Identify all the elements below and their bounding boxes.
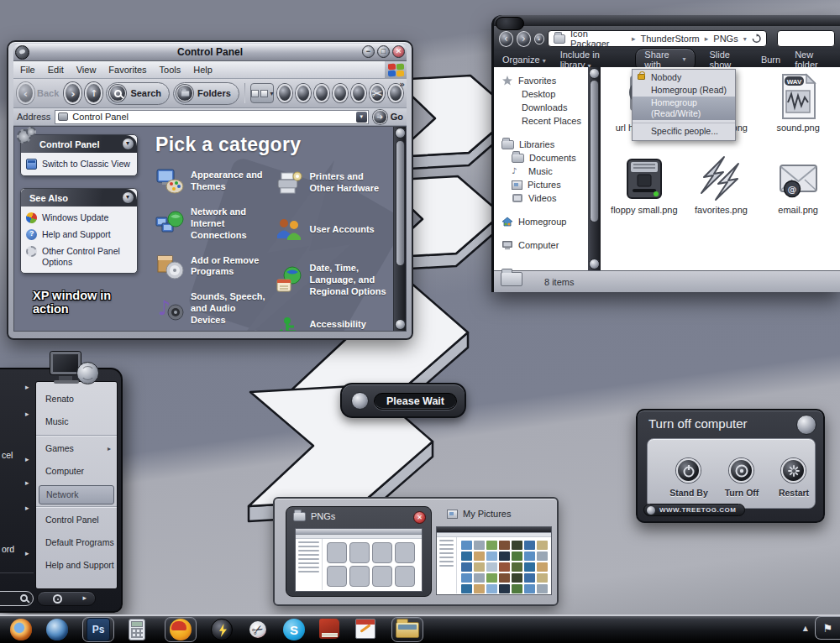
toolbar-button[interactable] [351, 84, 366, 102]
stand-by-button[interactable] [676, 458, 701, 483]
folders-button[interactable]: Folders [173, 82, 239, 105]
nav-music[interactable]: ♪Music [501, 165, 588, 178]
include-in-library-menu[interactable]: Include in library▾ [560, 50, 622, 70]
my-pictures-window-thumbnail[interactable] [436, 526, 552, 595]
breadcrumb[interactable]: Icon Packager▸ ThunderStorm▸ PNGs ▾ [548, 30, 767, 47]
collapse-chevron-button[interactable] [122, 138, 134, 150]
menu-edit[interactable]: Edit [48, 65, 64, 75]
address-input[interactable]: Control Panel ▾ [55, 110, 368, 124]
nav-libraries[interactable]: Libraries [501, 138, 588, 151]
breadcrumb-segment[interactable]: Icon Packager [570, 29, 627, 49]
category-accessibility-options[interactable]: Accessibility Options [275, 316, 391, 331]
calculator-icon[interactable] [129, 619, 150, 640]
nav-documents[interactable]: Documents [501, 151, 588, 165]
go-button[interactable]: ➔Go [373, 110, 403, 124]
firefox-icon[interactable] [10, 619, 32, 640]
file-favorites[interactable]: favorites.png [684, 154, 758, 237]
dialog-close-sphere-button[interactable] [796, 415, 816, 435]
refresh-icon[interactable] [752, 34, 761, 44]
recent-pages-button[interactable]: • [534, 34, 544, 44]
windows-update-link[interactable]: Windows Update [21, 206, 137, 229]
program-label-fragment[interactable]: cel [2, 450, 13, 460]
start-item-default-programs[interactable]: Default Programs [36, 532, 117, 555]
program-label-fragment[interactable]: ord [2, 544, 14, 554]
nav-recent-places[interactable]: Recent Places [501, 114, 588, 128]
scroll-down-button[interactable] [395, 319, 406, 330]
back-button[interactable] [17, 82, 34, 104]
toolbar-button[interactable] [333, 84, 348, 102]
action-center-flag-icon[interactable]: ⚑ [815, 616, 840, 640]
cut-button[interactable]: ✂ [370, 84, 385, 102]
skype-icon[interactable]: S [283, 619, 305, 640]
address-dropdown-button[interactable]: ▾ [356, 112, 367, 123]
menu-item-homegroup-readwrite[interactable]: Homegroup (Read/Write) [633, 97, 735, 120]
messenger-taskbar-button[interactable] [165, 617, 197, 642]
switch-to-classic-view[interactable]: Switch to Classic View [21, 153, 137, 175]
close-preview-button[interactable]: ✕ [413, 511, 426, 524]
burn-button[interactable]: Burn [761, 55, 780, 65]
dictionary-icon[interactable] [319, 619, 341, 640]
nav-pictures[interactable]: Pictures [501, 178, 588, 191]
forward-button[interactable] [517, 31, 531, 47]
breadcrumb-segment[interactable]: PNGs [713, 34, 738, 44]
breadcrumb-segment[interactable]: ThunderStorm [640, 34, 699, 44]
menu-help[interactable]: Help [193, 65, 213, 75]
category-appearance-themes[interactable]: Appearance and Themes [155, 167, 271, 196]
cp-titlebar[interactable]: Control Panel − □ ✕ [13, 44, 407, 61]
file-email[interactable]: @ email.png [761, 154, 835, 237]
start-item-games[interactable]: Games▸ [36, 438, 117, 461]
menu-tools[interactable]: Tools [160, 65, 181, 75]
category-sounds-speech-audio[interactable]: ♪ Sounds, Speech, and Audio Devices [155, 291, 271, 326]
toolbar-button[interactable] [277, 84, 292, 102]
nav-videos[interactable]: Videos [501, 191, 588, 205]
scroll-down-button[interactable] [589, 259, 600, 269]
calendar-icon[interactable] [355, 619, 377, 640]
new-folder-button[interactable]: New folder [795, 50, 832, 70]
restart-button[interactable] [781, 458, 806, 483]
turn-off-button[interactable] [729, 458, 753, 483]
category-network-internet[interactable]: Network and Internet Connections [155, 206, 271, 241]
cp-scrollbar[interactable] [393, 127, 406, 331]
maximize-button[interactable]: □ [377, 45, 390, 58]
category-add-remove-programs[interactable]: Add or Remove Programs [155, 252, 271, 280]
start-item-computer[interactable]: Computer [36, 461, 117, 484]
pngs-window-thumbnail[interactable] [295, 528, 423, 592]
search-button[interactable]: Search [106, 82, 170, 105]
chevron-down-icon[interactable]: ▾ [743, 35, 747, 43]
thunderstorm-icon[interactable] [211, 619, 233, 640]
toolbar-button[interactable] [296, 84, 311, 102]
menu-item-specific-people[interactable]: Specific people... [633, 123, 735, 138]
shutdown-control[interactable]: ▸ [37, 591, 96, 606]
menu-favorites[interactable]: Favorites [108, 65, 146, 75]
organize-menu[interactable]: Organize▾ [502, 55, 546, 65]
start-search-box[interactable] [0, 591, 34, 606]
start-item-network[interactable]: Network [39, 485, 114, 504]
scrollbar-thumb[interactable] [590, 80, 599, 222]
up-button[interactable] [85, 82, 102, 104]
nav-downloads[interactable]: Downloads [501, 101, 588, 114]
menu-item-homegroup-read[interactable]: Homegroup (Read) [633, 84, 735, 97]
collapse-chevron-button[interactable] [122, 191, 134, 204]
back-button[interactable] [499, 31, 513, 47]
thunderbird-icon[interactable] [46, 619, 68, 640]
forward-button[interactable] [64, 82, 81, 104]
explorer-scrollbar[interactable] [588, 67, 601, 270]
photoshop-taskbar-button[interactable]: Ps [82, 617, 114, 642]
minimize-button[interactable]: − [362, 45, 375, 58]
window-tab[interactable] [496, 17, 524, 30]
start-item-help-support[interactable]: Help and Support [36, 555, 117, 578]
views-button[interactable]: ▾ [250, 83, 274, 103]
toolbar-button[interactable] [314, 84, 329, 102]
start-item-music[interactable]: Music [36, 411, 117, 434]
other-control-panel-options-link[interactable]: Other Control Panel Options [21, 246, 137, 273]
explorer-taskbar-button[interactable] [391, 617, 423, 642]
category-printers-hardware[interactable]: Printers and Other Hardware [275, 169, 391, 197]
scrollbar-thumb[interactable] [396, 140, 405, 266]
category-user-accounts[interactable]: User Accounts [275, 216, 391, 244]
scroll-up-button[interactable] [589, 68, 600, 79]
menu-item-nobody[interactable]: Nobody [633, 71, 735, 84]
toolbar-overflow-chevron[interactable]: » [400, 80, 405, 89]
close-button[interactable]: ✕ [392, 45, 405, 58]
menu-view[interactable]: View [76, 65, 97, 75]
screenshot-tool-icon[interactable]: ✂ [247, 619, 269, 640]
